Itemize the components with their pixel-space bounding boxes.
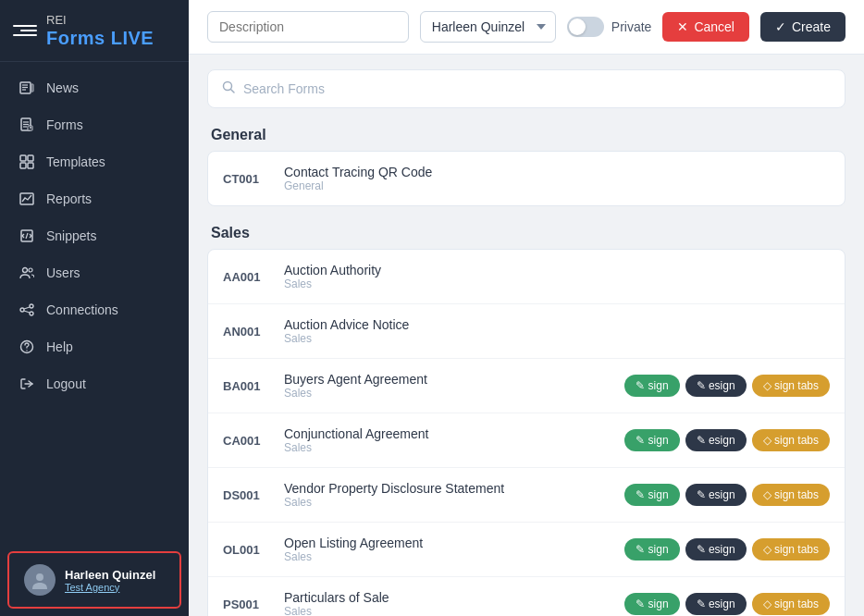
svg-rect-15	[28, 163, 33, 168]
sign-button[interactable]: ✎ sign	[624, 484, 679, 506]
sign-tabs-button[interactable]: ◇ sign tabs	[752, 429, 830, 451]
sign-button[interactable]: ✎ sign	[624, 375, 679, 397]
sign-tabs-button[interactable]: ◇ sign tabs	[752, 484, 830, 506]
form-code: OL001	[223, 543, 269, 557]
svg-point-27	[26, 350, 27, 351]
form-name: Vendor Property Disclosure Statement	[284, 481, 610, 496]
svg-line-24	[24, 307, 30, 309]
form-actions: ✎ sign ✎ esign ◇ sign tabs	[624, 484, 830, 506]
form-actions: ✎ sign ✎ esign ◇ sign tabs	[624, 429, 830, 451]
user-profile[interactable]: Harleen Quinzel Test Agency	[7, 551, 181, 609]
general-forms-group: CT001 Contact Tracing QR Code General	[207, 151, 845, 206]
sign-button[interactable]: ✎ sign	[624, 429, 679, 451]
form-details: Particulars of Sale Sales	[284, 590, 610, 616]
svg-point-22	[30, 304, 33, 308]
forms-icon	[19, 117, 35, 133]
form-category: Sales	[284, 605, 610, 616]
form-category: Sales	[284, 277, 830, 290]
esign-button[interactable]: ✎ esign	[685, 429, 747, 451]
sign-button[interactable]: ✎ sign	[624, 593, 679, 615]
app-logo: REI Forms LIVE	[0, 0, 189, 62]
sidebar-item-label: Reports	[46, 191, 92, 206]
search-input[interactable]	[243, 81, 832, 96]
esign-button[interactable]: ✎ esign	[685, 484, 747, 506]
form-category: General	[284, 179, 830, 192]
form-name: Particulars of Sale	[284, 590, 610, 605]
newspaper-icon	[19, 80, 35, 96]
esign-button[interactable]: ✎ esign	[685, 593, 747, 615]
form-name: Contact Tracing QR Code	[284, 165, 830, 179]
form-details: Contact Tracing QR Code General	[284, 165, 830, 192]
table-row: CA001 Conjunctional Agreement Sales ✎ si…	[208, 413, 845, 468]
svg-rect-12	[20, 155, 26, 161]
esign-button[interactable]: ✎ esign	[685, 538, 747, 561]
svg-rect-1	[31, 84, 33, 92]
sales-section-title: Sales	[207, 225, 845, 241]
sidebar-item-templates[interactable]: Templates	[0, 143, 189, 180]
reports-icon	[19, 191, 35, 207]
form-code: AN001	[223, 325, 269, 339]
sidebar-item-connections[interactable]: Connections	[0, 291, 189, 328]
top-bar: Harleen Quinzel Private ✕ Cancel ✓ Creat…	[189, 0, 864, 55]
templates-icon	[19, 154, 35, 170]
form-name: Conjunctional Agreement	[284, 426, 610, 441]
hamburger-icon	[13, 25, 37, 36]
form-name: Auction Advice Notice	[284, 317, 830, 332]
sidebar-item-logout[interactable]: Logout	[0, 365, 189, 402]
sidebar-item-reports[interactable]: Reports	[0, 180, 189, 217]
avatar	[24, 564, 56, 596]
sidebar-item-forms[interactable]: Forms	[0, 106, 189, 143]
form-code: DS001	[223, 488, 269, 502]
svg-rect-14	[20, 163, 26, 168]
form-name: Open Listing Agreement	[284, 536, 610, 550]
sidebar-item-label: Help	[46, 339, 73, 354]
svg-point-20	[29, 268, 32, 272]
form-category: Sales	[284, 332, 830, 345]
cancel-button[interactable]: ✕ Cancel	[662, 12, 749, 42]
help-icon	[19, 339, 35, 355]
sign-button[interactable]: ✎ sign	[624, 538, 679, 561]
form-details: Conjunctional Agreement Sales	[284, 426, 610, 454]
sign-tabs-button[interactable]: ◇ sign tabs	[752, 538, 830, 561]
main-content: Harleen Quinzel Private ✕ Cancel ✓ Creat…	[189, 0, 864, 616]
table-row: OL001 Open Listing Agreement Sales ✎ sig…	[208, 523, 845, 577]
description-input[interactable]	[207, 11, 409, 43]
sign-tabs-button[interactable]: ◇ sign tabs	[752, 375, 830, 397]
esign-button[interactable]: ✎ esign	[685, 375, 747, 397]
form-code: PS001	[223, 598, 269, 611]
sidebar: REI Forms LIVE News	[0, 0, 189, 616]
private-toggle[interactable]	[567, 17, 604, 37]
sidebar-item-label: Templates	[46, 154, 105, 169]
sidebar-item-snippets[interactable]: Snippets	[0, 217, 189, 254]
sidebar-item-help[interactable]: Help	[0, 328, 189, 365]
svg-rect-13	[28, 155, 33, 161]
sign-tabs-button[interactable]: ◇ sign tabs	[752, 593, 830, 615]
content-area: General CT001 Contact Tracing QR Code Ge…	[189, 55, 864, 616]
sidebar-item-users[interactable]: Users	[0, 254, 189, 291]
private-toggle-group: Private	[567, 17, 652, 37]
svg-point-29	[36, 573, 43, 581]
private-label: Private	[611, 19, 652, 34]
form-actions: ✎ sign ✎ esign ◇ sign tabs	[624, 375, 830, 397]
sales-forms-group: AA001 Auction Authority Sales AN001 Auct…	[207, 249, 845, 616]
search-bar	[207, 69, 845, 108]
user-info: Harleen Quinzel Test Agency	[65, 568, 155, 593]
form-code: AA001	[223, 270, 269, 284]
form-details: Vendor Property Disclosure Statement Sal…	[284, 481, 610, 509]
user-select[interactable]: Harleen Quinzel	[420, 11, 556, 43]
sidebar-item-news[interactable]: News	[0, 69, 189, 106]
sidebar-item-label: Connections	[46, 302, 118, 317]
form-category: Sales	[284, 550, 610, 563]
create-button[interactable]: ✓ Create	[760, 12, 845, 42]
sidebar-item-label: Users	[46, 265, 80, 280]
brand-text: REI Forms LIVE	[46, 13, 154, 48]
logout-icon	[19, 376, 35, 392]
brand-top: REI	[46, 13, 154, 28]
form-details: Auction Advice Notice Sales	[284, 317, 830, 345]
form-actions: ✎ sign ✎ esign ◇ sign tabs	[624, 593, 830, 615]
sidebar-item-label: Forms	[46, 117, 83, 132]
form-category: Sales	[284, 496, 610, 509]
svg-line-25	[24, 311, 30, 313]
form-name: Buyers Agent Agreement	[284, 372, 610, 387]
form-actions: ✎ sign ✎ esign ◇ sign tabs	[624, 538, 830, 561]
